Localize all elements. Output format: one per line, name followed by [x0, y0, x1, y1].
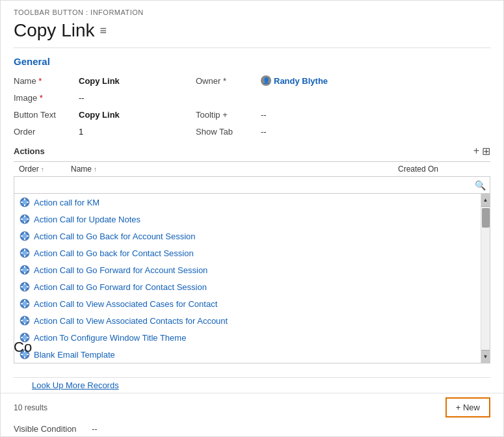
svg-rect-50	[24, 334, 25, 336]
svg-rect-5	[27, 202, 29, 203]
grid-icon[interactable]: ⊞	[482, 145, 490, 157]
action-item-icon	[20, 298, 30, 309]
list-item-label: Action Call for Update Notes	[34, 215, 140, 224]
svg-rect-9	[24, 221, 25, 223]
image-row: Image * --	[14, 89, 490, 106]
svg-point-37	[22, 301, 27, 306]
scroll-thumb	[482, 208, 490, 228]
scroll-down-btn[interactable]: ▼	[481, 350, 490, 363]
dropdown-list: Action call for KM Action Call for Updat…	[14, 194, 490, 363]
list-item-label: Action Call to View Associated Cases for…	[34, 299, 217, 309]
list-item[interactable]: Action call for KM	[14, 194, 490, 211]
list-item-label: Blank Email Template	[34, 350, 115, 360]
toolbar-type-label: TOOLBAR BUTTON : INFORMATION	[1, 1, 503, 18]
svg-point-1	[22, 200, 27, 205]
svg-rect-57	[24, 356, 25, 358]
add-action-icon[interactable]: +	[473, 145, 479, 157]
svg-rect-39	[24, 306, 25, 308]
search-button[interactable]: 🔍	[473, 179, 487, 192]
lookup-more-row[interactable]: Look Up More Records	[14, 377, 490, 393]
svg-rect-11	[27, 218, 29, 220]
action-item-icon	[20, 248, 30, 258]
owner-icon: 👤	[261, 75, 271, 86]
list-item-label: Action Call to View Associated Contacts …	[34, 316, 228, 326]
svg-rect-17	[27, 235, 29, 237]
table-header: Order ↑ Name ↑ Created On	[14, 161, 490, 177]
svg-rect-27	[24, 272, 25, 274]
button-text-tooltip-row: Button Text Copy Link Tooltip + --	[14, 106, 490, 123]
svg-rect-46	[21, 320, 23, 321]
list-item[interactable]: Action Call to Go Forward for Account Se…	[14, 261, 490, 278]
svg-point-13	[22, 233, 27, 239]
action-item-icon	[20, 197, 30, 207]
list-item-label: Action Call to Go Forward for Contact Se…	[34, 282, 207, 292]
scroll-up-btn[interactable]: ▲	[481, 194, 490, 207]
svg-rect-45	[24, 323, 25, 324]
svg-rect-40	[21, 303, 23, 304]
actions-row: Actions + ⊞	[1, 140, 503, 157]
list-item[interactable]: Action Call to Go Forward for Contact Se…	[14, 278, 490, 295]
order-label: Order	[14, 127, 79, 137]
dropdown-container: Action call for KM Action Call for Updat…	[14, 194, 490, 364]
svg-rect-3	[24, 204, 25, 206]
order-value: 1	[79, 127, 196, 137]
svg-point-43	[22, 318, 27, 323]
svg-rect-35	[27, 286, 29, 287]
actions-label: Actions	[14, 146, 45, 156]
svg-rect-14	[24, 232, 25, 234]
svg-rect-53	[27, 337, 29, 338]
show-tab-label: Show Tab	[196, 127, 261, 137]
page-title: Copy Link	[14, 20, 95, 41]
form-grid: Name * Copy Link Owner * 👤 Randy Blythe …	[1, 72, 503, 140]
list-item[interactable]: Action Call to View Associated Contacts …	[14, 312, 490, 329]
owner-value[interactable]: 👤 Randy Blythe	[261, 75, 328, 86]
list-item[interactable]: Action Call to Go Back for Account Sessi…	[14, 228, 490, 245]
list-item[interactable]: Blank Email Template	[14, 346, 490, 363]
action-item-icon	[20, 282, 30, 292]
name-sort-arrow: ↑	[94, 166, 97, 173]
order-showtab-row: Order 1 Show Tab --	[14, 123, 490, 140]
order-sort-arrow: ↑	[41, 166, 44, 173]
action-item-icon	[20, 214, 30, 224]
visible-condition-value: --	[92, 424, 98, 434]
svg-rect-23	[27, 252, 29, 254]
svg-rect-2	[24, 198, 25, 200]
svg-rect-29	[27, 269, 29, 271]
list-item[interactable]: Action Call to Go back for Contact Sessi…	[14, 245, 490, 261]
action-item-icon	[20, 231, 30, 241]
name-value: Copy Link	[79, 76, 196, 86]
svg-rect-20	[24, 249, 25, 251]
svg-rect-22	[21, 252, 23, 254]
col-order[interactable]: Order ↑	[14, 165, 66, 174]
scrollbar[interactable]: ▲ ▼	[481, 194, 490, 363]
image-value: --	[79, 93, 196, 103]
results-row: 10 results + New	[1, 393, 503, 421]
search-input[interactable]	[14, 177, 490, 193]
tooltip-label: Tooltip +	[196, 110, 261, 120]
svg-rect-28	[21, 269, 23, 271]
svg-rect-52	[21, 337, 23, 338]
tooltip-value: --	[261, 110, 267, 120]
svg-point-25	[22, 267, 27, 272]
svg-rect-33	[24, 289, 25, 291]
svg-rect-4	[21, 202, 23, 203]
new-button[interactable]: + New	[445, 397, 490, 417]
list-item-label: Action Call to Go Forward for Account Se…	[34, 265, 207, 275]
list-item[interactable]: Action To Configure Window Title Theme	[14, 329, 490, 346]
list-item-label: Action Call to Go back for Contact Sessi…	[34, 248, 194, 258]
visible-condition-row: Visible Condition --	[1, 421, 503, 436]
svg-point-19	[22, 250, 27, 256]
svg-rect-26	[24, 266, 25, 268]
list-item-label: Action call for KM	[34, 198, 99, 207]
svg-rect-16	[21, 235, 23, 237]
list-item[interactable]: Action Call to View Associated Cases for…	[14, 295, 490, 312]
menu-icon[interactable]: ≡	[100, 24, 107, 38]
search-row: 🔍	[14, 177, 490, 194]
button-text-label: Button Text	[14, 110, 79, 120]
col-name[interactable]: Name ↑	[66, 165, 393, 174]
list-item[interactable]: Action Call for Update Notes	[14, 211, 490, 228]
page-title-row: Copy Link ≡	[1, 18, 503, 47]
owner-label: Owner *	[196, 76, 261, 86]
svg-rect-38	[24, 300, 25, 302]
svg-point-7	[22, 217, 27, 222]
